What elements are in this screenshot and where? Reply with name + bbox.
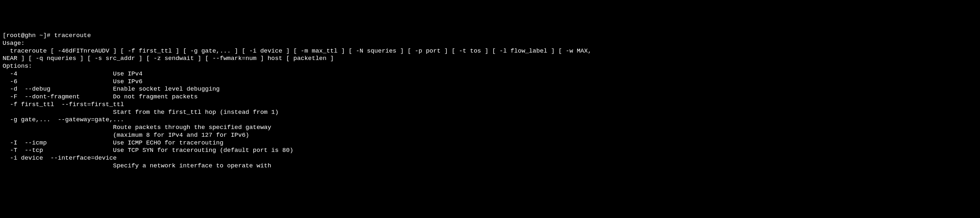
option-flags [3,131,113,139]
prompt-line: [root@ghn ~]# traceroute [3,32,91,39]
option-flags: -i device --interface=device [3,155,116,161]
option-flags: -g gate,... --gateway=gate,... [3,116,124,123]
options-header: Options: [3,63,32,70]
option-flags [3,109,113,116]
command-entered: traceroute [54,32,91,39]
option-row: Route packets through the specified gate… [3,124,271,131]
terminal-output: [root@ghn ~]# traceroute Usage: tracerou… [3,32,977,170]
option-flags: -T --tcp [3,147,113,154]
option-desc: Use ICMP ECHO for tracerouting [113,139,223,146]
usage-syntax-line1: traceroute [ -46dFITnreAUDV ] [ -f first… [3,47,591,55]
option-desc: (maximum 8 for IPv4 and 127 for IPv6) [113,131,249,139]
option-flags: -d --debug [3,85,113,93]
option-row: Specify a network interface to operate w… [3,162,271,169]
option-desc: Route packets through the specified gate… [113,124,271,131]
option-flags: -F --dont-fragment [3,93,113,100]
usage-header: Usage: [3,39,24,47]
option-row: -d --debug Enable socket level debugging [3,85,220,93]
option-row: -i device --interface=device [3,155,116,161]
option-desc: Start from the first_ttl hop (instead fr… [113,109,278,116]
option-row: -I --icmp Use ICMP ECHO for tracerouting [3,139,223,146]
shell-prompt: [root@ghn ~]# [3,32,54,39]
option-row: -4 Use IPv4 [3,70,142,77]
option-desc: Enable socket level debugging [113,85,220,93]
option-desc: Use IPv4 [113,70,142,77]
option-row: -g gate,... --gateway=gate,... [3,116,124,123]
option-flags: -6 [3,78,113,85]
option-row: -6 Use IPv6 [3,78,142,85]
option-desc: Specify a network interface to operate w… [113,162,271,169]
option-flags: -I --icmp [3,139,113,146]
option-row: -F --dont-fragment Do not fragment packe… [3,93,197,100]
option-flags [3,162,113,169]
option-flags: -f first_ttl --first=first_ttl [3,101,124,108]
option-desc: Use TCP SYN for tracerouting (default po… [113,147,293,154]
option-flags [3,124,113,131]
option-row: Start from the first_ttl hop (instead fr… [3,109,278,116]
option-desc: Do not fragment packets [113,93,197,100]
option-row: -f first_ttl --first=first_ttl [3,101,124,108]
option-desc: Use IPv6 [113,78,142,85]
option-row: -T --tcp Use TCP SYN for tracerouting (d… [3,147,293,154]
option-row: (maximum 8 for IPv4 and 127 for IPv6) [3,131,249,139]
usage-syntax-line2: NEAR ] [ -q nqueries ] [ -s src_addr ] [… [3,55,334,62]
option-flags: -4 [3,70,113,77]
